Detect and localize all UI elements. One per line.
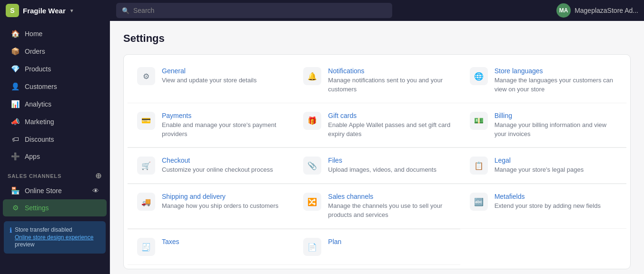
sidebar-item-orders[interactable]: 📦 Orders [3, 43, 107, 60]
setting-title-sales-channels[interactable]: Sales channels [328, 193, 450, 200]
setting-content-billing: Billing Manage your billing information … [495, 112, 617, 139]
avatar: MA [556, 3, 571, 18]
setting-item-metafields: 🔤 Metafields Extend your store by adding… [460, 184, 626, 229]
setting-icon-notifications: 🔔 [303, 67, 321, 85]
setting-title-metafields[interactable]: Metafields [495, 193, 617, 200]
setting-content-general: General View and update your store detai… [162, 67, 284, 85]
sidebar-item-marketing[interactable]: 📣 Marketing [3, 113, 107, 130]
sidebar-label-products: Products [25, 65, 51, 73]
setting-icon-billing: 💵 [470, 112, 488, 130]
setting-icon-metafields: 🔤 [470, 193, 488, 211]
topbar-right: MA MageplazaStore Ad... [556, 3, 638, 18]
sidebar-item-products[interactable]: 💎 Products [3, 60, 107, 78]
info-link[interactable]: Online store design experience [15, 234, 93, 241]
sidebar-label-orders: Orders [25, 48, 45, 55]
setting-content-store-languages: Store languages Manage the languages you… [495, 67, 617, 94]
setting-desc-legal: Manage your store's legal pages [495, 166, 617, 175]
setting-content-checkout: Checkout Customize your online checkout … [162, 157, 284, 175]
marketing-icon: 📣 [10, 117, 20, 126]
setting-icon-legal: 📋 [470, 157, 488, 175]
setting-title-shipping[interactable]: Shipping and delivery [162, 193, 284, 200]
setting-item-payments: 💳 Payments Enable and manage your store'… [128, 103, 294, 148]
setting-item-notifications: 🔔 Notifications Manage notifications sen… [294, 59, 460, 103]
setting-item-sales-channels: 🔀 Sales channels Manage the channels you… [294, 184, 460, 229]
setting-item-general: ⚙ General View and update your store det… [128, 59, 294, 103]
setting-content-notifications: Notifications Manage notifications sent … [328, 67, 450, 94]
discounts-icon: 🏷 [10, 135, 20, 143]
setting-title-plan[interactable]: Plan [328, 238, 450, 245]
setting-icon-files: 📎 [303, 157, 321, 175]
sidebar-label-customers: Customers [25, 83, 57, 90]
setting-title-general[interactable]: General [162, 67, 284, 75]
setting-item-checkout: 🛒 Checkout Customize your online checkou… [128, 147, 294, 184]
setting-title-store-languages[interactable]: Store languages [495, 67, 617, 75]
setting-content-payments: Payments Enable and manage your store's … [162, 112, 284, 139]
sidebar-label-marketing: Marketing [25, 118, 54, 126]
info-preview-text: preview [15, 241, 34, 248]
sidebar-item-settings[interactable]: ⚙ Settings [3, 199, 107, 216]
info-box-content: Store transfer disabled Online store des… [15, 226, 100, 249]
sidebar-item-discounts[interactable]: 🏷 Discounts [3, 131, 107, 147]
setting-title-notifications[interactable]: Notifications [328, 67, 450, 75]
setting-item-files: 📎 Files Upload images, videos, and docum… [294, 147, 460, 184]
search-input[interactable] [133, 7, 386, 14]
info-transfer-text: Store transfer disabled [15, 226, 72, 233]
setting-desc-store-languages: Manage the languages your customers can … [495, 76, 617, 94]
setting-content-legal: Legal Manage your store's legal pages [495, 157, 617, 175]
setting-item-store-languages: 🌐 Store languages Manage the languages y… [460, 59, 626, 103]
setting-icon-plan: 📄 [303, 238, 321, 256]
setting-icon-checkout: 🛒 [137, 157, 155, 175]
layout: 🏠 Home 📦 Orders 💎 Products 👤 Customers 📊… [0, 21, 644, 274]
search-bar[interactable]: 🔍 [116, 3, 392, 18]
setting-item-plan: 📄 Plan [294, 229, 460, 265]
sidebar-item-apps[interactable]: ➕ Apps [3, 148, 107, 165]
setting-item-legal: 📋 Legal Manage your store's legal pages [460, 147, 626, 184]
setting-icon-payments: 💳 [137, 112, 155, 130]
setting-title-taxes[interactable]: Taxes [162, 238, 284, 245]
setting-content-taxes: Taxes [162, 238, 284, 247]
sidebar-item-analytics[interactable]: 📊 Analytics [3, 96, 107, 113]
user-name: MageplazaStore Ad... [575, 7, 638, 14]
setting-item-gift-cards: 🎁 Gift cards Enable Apple Wallet passes … [294, 103, 460, 148]
sidebar-label-settings: Settings [25, 204, 49, 212]
setting-item-taxes: 🧾 Taxes [128, 229, 294, 265]
sidebar-label-analytics: Analytics [25, 100, 51, 108]
orders-icon: 📦 [10, 47, 20, 56]
info-box: ℹ Store transfer disabled Online store d… [4, 221, 106, 254]
setting-title-billing[interactable]: Billing [495, 112, 617, 119]
sidebar-item-customers[interactable]: 👤 Customers [3, 78, 107, 95]
products-icon: 💎 [10, 65, 20, 73]
setting-content-plan: Plan [328, 238, 450, 247]
online-store-icon: 🏪 [10, 186, 20, 195]
sidebar-item-online-store[interactable]: 🏪 Online Store 👁 [3, 183, 107, 199]
shopify-icon: S [6, 4, 19, 17]
add-sales-channel-button[interactable]: ⊕ [95, 171, 102, 180]
info-icon: ℹ [10, 226, 12, 234]
setting-content-shipping: Shipping and delivery Manage how you shi… [162, 193, 284, 211]
sales-channels-label: SALES CHANNELS [8, 173, 61, 179]
setting-item-billing: 💵 Billing Manage your billing informatio… [460, 103, 626, 148]
sidebar-label-discounts: Discounts [25, 136, 54, 143]
sidebar-label-home: Home [25, 30, 42, 38]
setting-content-files: Files Upload images, videos, and documen… [328, 157, 450, 175]
setting-desc-gift-cards: Enable Apple Wallet passes and set gift … [328, 121, 450, 139]
setting-title-checkout[interactable]: Checkout [162, 157, 284, 164]
store-logo-area[interactable]: S Fragile Wear ▼ [6, 4, 110, 17]
setting-title-gift-cards[interactable]: Gift cards [328, 112, 450, 119]
setting-title-legal[interactable]: Legal [495, 157, 617, 164]
settings-grid: ⚙ General View and update your store det… [128, 59, 626, 265]
sidebar-item-home[interactable]: 🏠 Home [3, 25, 107, 42]
setting-icon-sales-channels: 🔀 [303, 193, 321, 211]
setting-desc-payments: Enable and manage your store's payment p… [162, 121, 284, 139]
setting-desc-billing: Manage your billing information and view… [495, 121, 617, 139]
sidebar-label-apps: Apps [25, 153, 40, 160]
eye-icon: 👁 [92, 187, 99, 195]
setting-content-metafields: Metafields Extend your store by adding n… [495, 193, 617, 211]
setting-desc-shipping: Manage how you ship orders to customers [162, 202, 284, 211]
setting-title-files[interactable]: Files [328, 157, 450, 164]
sidebar: 🏠 Home 📦 Orders 💎 Products 👤 Customers 📊… [0, 21, 109, 274]
home-icon: 🏠 [10, 29, 20, 38]
setting-icon-shipping: 🚚 [137, 193, 155, 211]
setting-title-payments[interactable]: Payments [162, 112, 284, 119]
setting-desc-checkout: Customize your online checkout process [162, 166, 284, 175]
